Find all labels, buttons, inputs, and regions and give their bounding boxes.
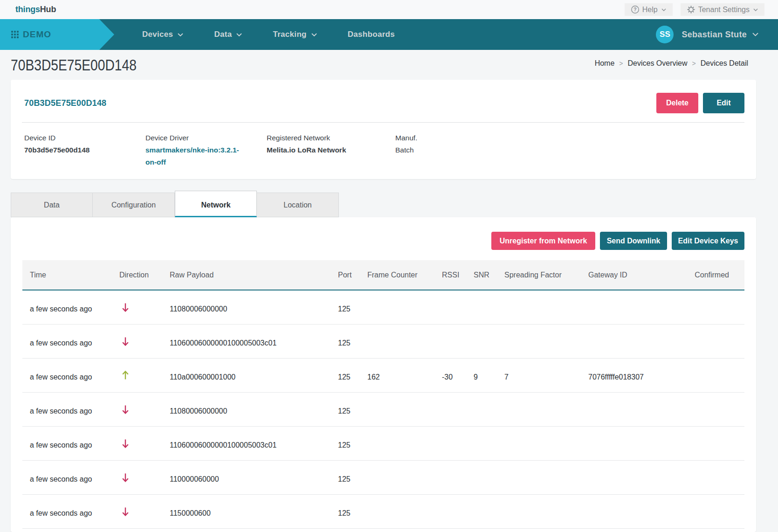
svg-text:?: ? <box>633 7 636 12</box>
